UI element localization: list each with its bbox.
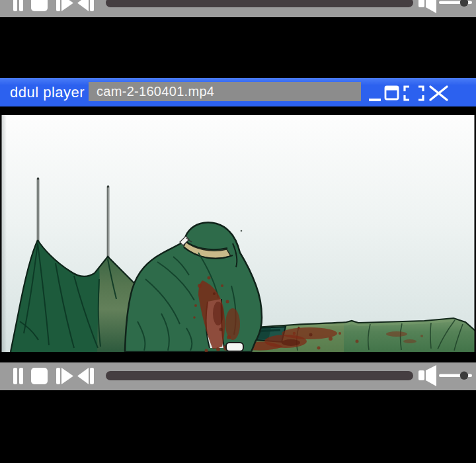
filename-display: cam-2-160401.mp4 <box>89 82 361 101</box>
video-scene <box>0 115 476 352</box>
step-back-button[interactable] <box>77 368 94 384</box>
pause-button[interactable] <box>13 0 23 11</box>
transport-bar-top <box>0 0 476 17</box>
letterbox-above-video <box>0 106 476 115</box>
fly-speck <box>241 230 243 232</box>
volume-slider[interactable] <box>439 372 472 380</box>
restore-window-button[interactable] <box>385 87 398 99</box>
white-glove <box>226 343 243 351</box>
volume-slider[interactable] <box>439 0 472 7</box>
title-bar: ddul player cam-2-160401.mp4 <box>0 78 476 106</box>
seek-bar[interactable] <box>106 371 413 380</box>
letterbox-below-video <box>0 352 476 362</box>
pause-button[interactable] <box>13 368 23 384</box>
close-button[interactable] <box>430 87 447 100</box>
letterbox-upper <box>0 17 476 78</box>
player-window: ddul player cam-2-160401.mp4 <box>0 0 476 463</box>
stop-button[interactable] <box>31 368 48 384</box>
speaker-icon[interactable] <box>418 0 436 13</box>
window-controls <box>362 78 455 106</box>
video-frame[interactable] <box>0 115 476 352</box>
seek-bar[interactable] <box>106 0 413 7</box>
filename-text: cam-2-160401.mp4 <box>89 84 214 99</box>
step-forward-button[interactable] <box>56 0 73 11</box>
speaker-icon[interactable] <box>418 365 436 386</box>
step-back-button[interactable] <box>77 0 94 11</box>
volume-knob[interactable] <box>460 372 468 380</box>
step-forward-button[interactable] <box>56 368 73 384</box>
fullscreen-button[interactable] <box>405 87 423 100</box>
letterbox-bottom <box>0 390 476 463</box>
transport-bar <box>0 362 476 390</box>
stop-button[interactable] <box>31 0 48 11</box>
app-title: ddul player <box>10 84 85 101</box>
